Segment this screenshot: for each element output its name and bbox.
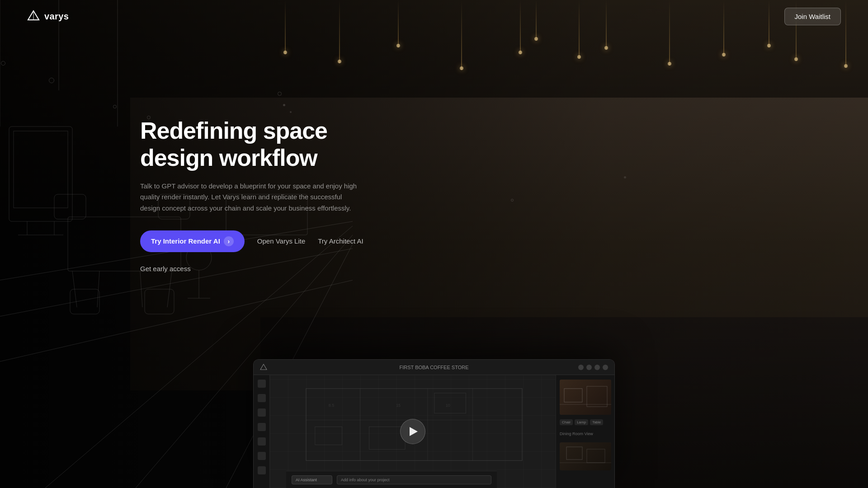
svg-rect-49 bbox=[587, 449, 605, 463]
particle-1 bbox=[1, 61, 5, 66]
particle-5 bbox=[278, 92, 282, 96]
panel-thumbnail-main bbox=[560, 380, 611, 415]
hero-subtitle: Talk to GPT advisor to develop a bluepri… bbox=[140, 181, 357, 214]
svg-rect-46 bbox=[587, 386, 607, 407]
sidebar-icon-6 bbox=[258, 452, 266, 460]
get-early-access-button[interactable]: Get early access bbox=[140, 265, 191, 272]
svg-line-9 bbox=[97, 271, 99, 307]
sidebar-icon-4 bbox=[258, 423, 266, 431]
hero-content: Redefining space design workflow Talk to… bbox=[140, 117, 402, 272]
ai-assistant-dropdown[interactable]: AI Assistant bbox=[292, 475, 332, 484]
input-placeholder: Add info about your project bbox=[341, 478, 390, 482]
sidebar-icon-1 bbox=[258, 380, 266, 388]
particle-8 bbox=[511, 199, 514, 202]
app-preview-title: FIRST BOBA COFFEE STORE bbox=[399, 365, 468, 370]
svg-rect-15 bbox=[9, 127, 72, 221]
svg-rect-14 bbox=[145, 289, 174, 314]
svg-rect-13 bbox=[70, 289, 99, 314]
app-preview-header: FIRST BOBA COFFEE STORE bbox=[254, 360, 614, 375]
svg-line-2 bbox=[0, 280, 353, 361]
panel-thumbnail-secondary bbox=[560, 442, 611, 470]
panel-label-1: Chair bbox=[560, 419, 573, 425]
window-control-3 bbox=[594, 365, 600, 370]
cta-row: Try Interior Render AI › Open Varys Lite… bbox=[140, 230, 402, 272]
svg-marker-29 bbox=[260, 364, 267, 370]
svg-text:8.5: 8.5 bbox=[329, 403, 334, 408]
app-preview-header-left bbox=[260, 364, 267, 371]
svg-rect-48 bbox=[566, 447, 582, 460]
panel-label-3: Table bbox=[590, 419, 603, 425]
app-right-panel: Chair Lamp Table Dining Room View bbox=[556, 375, 614, 488]
sidebar-icon-5 bbox=[258, 437, 266, 446]
logo: varys bbox=[27, 10, 69, 23]
window-control-2 bbox=[586, 365, 592, 370]
svg-rect-45 bbox=[564, 389, 582, 402]
sidebar-icon-2 bbox=[258, 394, 266, 402]
particle-2 bbox=[49, 78, 54, 83]
particle-3 bbox=[113, 105, 117, 108]
panel-section-title: Dining Room View bbox=[560, 432, 611, 436]
app-sidebar bbox=[254, 375, 270, 488]
window-control-1 bbox=[578, 365, 584, 370]
app-preview: FIRST BOBA COFFEE STORE bbox=[253, 359, 615, 488]
project-input[interactable]: Add info about your project bbox=[337, 475, 491, 484]
svg-rect-16 bbox=[14, 131, 68, 208]
sidebar-icon-7 bbox=[258, 466, 266, 474]
sidebar-icon-3 bbox=[258, 408, 266, 417]
join-waitlist-button[interactable]: Join Waitlist bbox=[784, 8, 841, 25]
app-window-controls bbox=[578, 365, 608, 370]
svg-text:10: 10 bbox=[446, 403, 450, 408]
cta-primary-label: Try Interior Render AI bbox=[151, 237, 220, 245]
play-button[interactable] bbox=[400, 419, 425, 444]
hero-title: Redefining space design workflow bbox=[140, 117, 402, 172]
try-architect-ai-button[interactable]: Try Architect AI bbox=[318, 237, 363, 245]
try-interior-render-button[interactable]: Try Interior Render AI › bbox=[140, 230, 245, 252]
open-varys-lite-button[interactable]: Open Varys Lite bbox=[257, 237, 305, 245]
navigation: varys Join Waitlist bbox=[0, 0, 868, 33]
app-preview-body: 5.5 12 8 6.5 8.5 15 10 bbox=[254, 375, 614, 488]
varys-logo-icon bbox=[27, 10, 40, 23]
particle-6 bbox=[283, 104, 285, 106]
particle-9 bbox=[624, 176, 626, 178]
app-bottom-bar: AI Assistant Add info about your project bbox=[286, 471, 497, 488]
dropdown-label: AI Assistant bbox=[296, 478, 317, 482]
logo-text: varys bbox=[44, 11, 69, 22]
particle-7 bbox=[290, 111, 292, 113]
arrow-icon: › bbox=[224, 236, 234, 246]
app-canvas: 5.5 12 8 6.5 8.5 15 10 bbox=[270, 375, 556, 488]
app-logo-small bbox=[260, 364, 267, 371]
window-control-4 bbox=[603, 365, 608, 370]
svg-rect-42 bbox=[315, 427, 342, 445]
svg-text:15: 15 bbox=[396, 403, 401, 408]
panel-label-2: Lamp bbox=[575, 419, 588, 425]
svg-rect-11 bbox=[54, 194, 86, 219]
panel-labels: Chair Lamp Table bbox=[560, 419, 611, 425]
